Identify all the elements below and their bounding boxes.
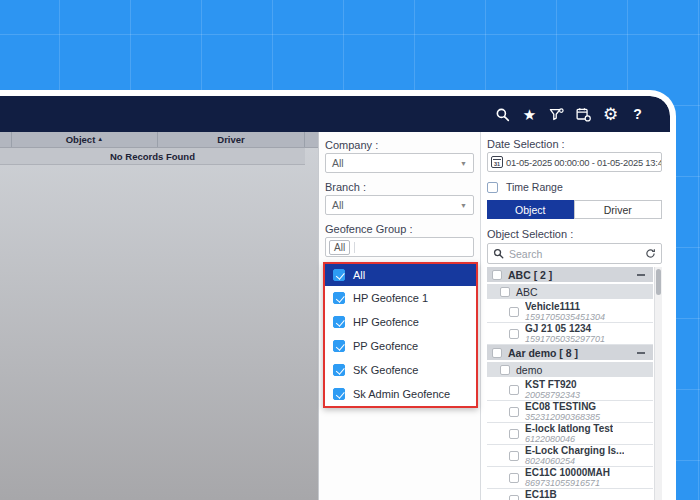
checkbox-icon[interactable] bbox=[509, 451, 519, 461]
table-header-row: Object ▲ Driver bbox=[0, 132, 318, 148]
checkbox-icon[interactable] bbox=[500, 287, 510, 297]
date-selection-label: Date Selection : bbox=[487, 138, 662, 150]
checkbox-icon[interactable] bbox=[333, 340, 345, 352]
geofence-option[interactable]: HP Geofence bbox=[325, 310, 476, 334]
geofence-option-label: HP Geofence bbox=[353, 316, 419, 328]
geofence-option[interactable]: HP Geofence 1 bbox=[325, 286, 476, 310]
geofence-group-tag[interactable]: All bbox=[329, 240, 350, 255]
collapse-icon[interactable] bbox=[637, 352, 645, 354]
table-header-driver[interactable]: Driver bbox=[158, 132, 305, 147]
window-titlebar: ★⚙? bbox=[0, 96, 670, 132]
company-select[interactable]: All ▼ bbox=[325, 153, 474, 173]
checkbox-icon[interactable] bbox=[492, 348, 502, 358]
tree-item-row[interactable]: EC11B 869731055915615 bbox=[487, 489, 653, 500]
tree-item-row[interactable]: KST FT920 20058792343 bbox=[487, 379, 653, 401]
tree-subgroup-row[interactable]: demo bbox=[487, 362, 653, 377]
geofence-option[interactable]: SK Geofence bbox=[325, 358, 476, 382]
geofence-group-input[interactable]: All bbox=[325, 237, 474, 257]
checkbox-icon[interactable] bbox=[509, 495, 519, 500]
object-driver-toggle: Object Driver bbox=[487, 200, 662, 219]
tree-item-text: E-Lock Charging Is... 8024060254 bbox=[525, 445, 624, 466]
tree-item-id: 8024060254 bbox=[525, 456, 624, 466]
tree-item-name: Vehicle1111 bbox=[525, 301, 605, 312]
driver-tab[interactable]: Driver bbox=[574, 200, 663, 219]
tree-item-row[interactable]: E-Lock Charging Is... 8024060254 bbox=[487, 445, 653, 467]
geofence-option[interactable]: Sk Admin Geofence bbox=[325, 382, 476, 406]
company-label: Company : bbox=[325, 139, 474, 151]
tree-item-text: EC08 TESTING 352312090368385 bbox=[525, 401, 600, 422]
checkbox-icon[interactable] bbox=[509, 329, 519, 339]
tree-item-id: 352312090368385 bbox=[525, 412, 600, 422]
help-icon[interactable]: ? bbox=[629, 106, 646, 123]
tree-item-name: EC11C 10000MAH bbox=[525, 467, 610, 478]
checkbox-icon[interactable] bbox=[509, 385, 519, 395]
selection-panel: Date Selection : 31 01-05-2025 00:00:00 … bbox=[480, 132, 670, 500]
checkbox-icon[interactable] bbox=[509, 473, 519, 483]
tree-subgroup-label: demo bbox=[516, 364, 542, 376]
desktop-background: ★⚙? Object ▲ Driver bbox=[0, 0, 700, 500]
search-input[interactable]: Search bbox=[509, 248, 640, 260]
app-window-inner: ★⚙? Object ▲ Driver bbox=[0, 90, 676, 500]
geofence-option-label: All bbox=[353, 269, 365, 281]
tree-item-name: KST FT920 bbox=[525, 379, 580, 390]
checkbox-icon[interactable] bbox=[509, 307, 519, 317]
time-range-checkbox[interactable] bbox=[487, 182, 498, 193]
checkbox-icon[interactable] bbox=[492, 270, 502, 280]
object-search-box[interactable]: Search bbox=[487, 243, 662, 264]
map-area bbox=[0, 165, 318, 500]
collapse-icon[interactable] bbox=[637, 274, 645, 276]
date-range-value: 01-05-2025 00:00:00 - 01-05-2025 13:41 bbox=[506, 157, 662, 168]
search-icon bbox=[493, 248, 504, 259]
branch-label: Branch : bbox=[325, 181, 474, 193]
filters-panel: Company : All ▼ Branch : All ▼ bbox=[318, 132, 480, 500]
tree-item-row[interactable]: E-lock latlong Test 6122080046 bbox=[487, 423, 653, 445]
text-caret bbox=[354, 242, 355, 253]
filter-icon[interactable] bbox=[548, 106, 565, 123]
tree-item-id: 1591705035451304 bbox=[525, 312, 605, 322]
branch-select[interactable]: All ▼ bbox=[325, 195, 474, 215]
favorites-icon[interactable]: ★ bbox=[521, 106, 538, 123]
settings-icon[interactable]: ⚙ bbox=[602, 106, 619, 123]
tree-item-name: E-Lock Charging Is... bbox=[525, 445, 624, 456]
tree-item-row[interactable]: GJ 21 05 1234 1591705035297701 bbox=[487, 323, 653, 345]
tree-item-row[interactable]: EC11C 10000MAH 869731055916571 bbox=[487, 467, 653, 489]
checkbox-icon[interactable] bbox=[333, 269, 345, 281]
geofence-option[interactable]: All bbox=[325, 264, 476, 286]
refresh-icon[interactable] bbox=[645, 248, 656, 259]
checkbox-icon[interactable] bbox=[509, 429, 519, 439]
tree-group-label: Aar demo [ 8 ] bbox=[508, 347, 578, 359]
table-header-object[interactable]: Object ▲ bbox=[12, 132, 158, 147]
object-tab[interactable]: Object bbox=[487, 200, 574, 219]
table-header-filler bbox=[305, 132, 318, 147]
tree-group-row[interactable]: Aar demo [ 8 ] bbox=[487, 345, 653, 360]
tree-item-row[interactable]: EC08 TESTING 352312090368385 bbox=[487, 401, 653, 423]
tree-scrollbar-thumb[interactable] bbox=[656, 269, 661, 295]
checkbox-icon[interactable] bbox=[333, 364, 345, 376]
checkbox-icon[interactable] bbox=[500, 365, 510, 375]
geofence-option[interactable]: PP Geofence bbox=[325, 334, 476, 358]
checkbox-icon[interactable] bbox=[509, 407, 519, 417]
tree-item-id: 1591705035297701 bbox=[525, 334, 605, 344]
geofence-option-label: SK Geofence bbox=[353, 364, 418, 376]
time-range-label: Time Range bbox=[506, 181, 563, 193]
tree-subgroup-row[interactable]: ABC bbox=[487, 284, 653, 299]
tree-item-text: EC11C 10000MAH 869731055916571 bbox=[525, 467, 610, 488]
object-tree-rows: ABC [ 2 ] ABC Vehicle1111 15917050354513… bbox=[487, 267, 653, 500]
checkbox-icon[interactable] bbox=[333, 316, 345, 328]
schedule-icon[interactable] bbox=[575, 106, 592, 123]
tree-item-id: 6122080046 bbox=[525, 434, 613, 444]
checkbox-icon[interactable] bbox=[333, 292, 345, 304]
table-header-driver-label: Driver bbox=[217, 134, 244, 145]
branch-select-value: All bbox=[332, 199, 344, 211]
tree-scrollbar[interactable] bbox=[654, 267, 662, 500]
object-tree: ABC [ 2 ] ABC Vehicle1111 15917050354513… bbox=[487, 267, 662, 500]
search-icon[interactable] bbox=[494, 106, 511, 123]
date-range-input[interactable]: 31 01-05-2025 00:00:00 - 01-05-2025 13:4… bbox=[487, 152, 662, 172]
table-header-select-col bbox=[0, 132, 12, 147]
results-table-panel: Object ▲ Driver No Records Found bbox=[0, 132, 318, 500]
checkbox-icon[interactable] bbox=[333, 388, 345, 400]
tree-item-row[interactable]: Vehicle1111 1591705035451304 bbox=[487, 301, 653, 323]
tree-group-row[interactable]: ABC [ 2 ] bbox=[487, 267, 653, 282]
calendar-icon: 31 bbox=[491, 156, 503, 168]
tree-item-text: Vehicle1111 1591705035451304 bbox=[525, 301, 605, 322]
